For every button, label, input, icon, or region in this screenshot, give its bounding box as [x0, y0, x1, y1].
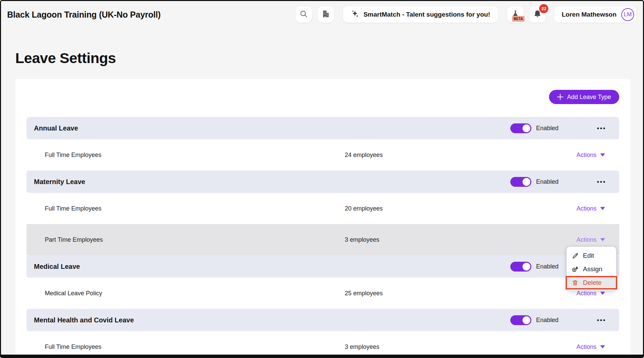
actions-label: Actions — [576, 290, 596, 297]
chevron-down-icon — [600, 154, 605, 157]
avatar: LM — [621, 8, 634, 21]
add-leave-type-button[interactable]: Add Leave Type — [549, 90, 619, 104]
search-button[interactable] — [296, 6, 312, 23]
actions-dropdown[interactable]: Actions — [576, 205, 605, 212]
policy-row-part-time-highlighted: Part Time Employees 3 employees Actions — [26, 224, 619, 255]
policy-employee-count: 25 employees — [345, 290, 383, 297]
policy-name: Full Time Employees — [26, 343, 345, 351]
company-title: Black Lagoon Training (UK-No Payroll) — [7, 10, 160, 20]
leave-type-row-medical: Medical Leave Enabled — [26, 255, 619, 278]
sparkle-icon — [351, 10, 359, 19]
user-menu-button[interactable]: Loren Mathewson LM — [554, 6, 636, 23]
leave-type-name: Mental Health and Covid Leave — [34, 316, 134, 324]
leave-settings-card: Add Leave Type Annual Leave Enabled Full… — [15, 79, 630, 356]
actions-context-menu: Edit Assign Delete — [567, 247, 616, 290]
enabled-toggle[interactable] — [510, 315, 531, 325]
actions-label: Actions — [576, 205, 596, 212]
policy-name: Full Time Employees — [26, 152, 345, 159]
app-window: Black Lagoon Training (UK-No Payroll) Sm… — [0, 0, 644, 358]
policy-row: Full Time Employees 24 employees Actions — [26, 139, 619, 171]
actions-dropdown-open[interactable]: Actions — [576, 236, 605, 243]
enabled-label: Enabled — [536, 317, 558, 324]
policy-employee-count: 24 employees — [345, 152, 383, 159]
plus-icon — [557, 94, 563, 100]
policy-name: Part Time Employees — [26, 236, 345, 243]
policy-row: Full Time Employees 3 employees Actions — [26, 331, 619, 358]
company-switcher-button[interactable] — [318, 6, 334, 23]
user-name: Loren Mathewson — [562, 11, 617, 18]
notification-count-badge: 22 — [539, 4, 548, 13]
actions-dropdown[interactable]: Actions — [576, 343, 605, 351]
add-leave-type-label: Add Leave Type — [567, 94, 611, 101]
enabled-toggle[interactable] — [510, 177, 531, 187]
smartmatch-label: SmartMatch - Talent suggestions for you! — [363, 11, 490, 18]
actions-dropdown[interactable]: Actions — [576, 152, 605, 159]
actions-label: Actions — [576, 343, 596, 351]
leave-type-list: Annual Leave Enabled Full Time Employees… — [26, 117, 619, 358]
leave-type-row-maternity: Maternity Leave Enabled — [26, 171, 619, 193]
smartmatch-button[interactable]: SmartMatch - Talent suggestions for you! — [343, 6, 498, 23]
search-icon — [299, 9, 308, 20]
actions-label: Actions — [576, 236, 596, 243]
leave-type-row-mental-health: Mental Health and Covid Leave Enabled — [26, 309, 619, 331]
kebab-menu-icon[interactable] — [597, 179, 605, 185]
leave-type-name: Medical Leave — [34, 263, 80, 271]
menu-item-label: Delete — [583, 279, 602, 286]
menu-item-edit[interactable]: Edit — [567, 249, 616, 262]
chevron-down-icon — [600, 238, 605, 241]
enabled-label: Enabled — [536, 263, 558, 270]
pencil-icon — [571, 252, 579, 259]
menu-item-assign[interactable]: Assign — [567, 262, 616, 276]
top-header: Black Lagoon Training (UK-No Payroll) Sm… — [1, 1, 643, 28]
enabled-toggle[interactable] — [510, 262, 531, 272]
labs-button[interactable]: BETA — [507, 6, 524, 23]
policy-employee-count: 3 employees — [345, 236, 379, 243]
kebab-menu-icon[interactable] — [597, 125, 605, 131]
beta-badge: BETA — [512, 16, 525, 22]
trash-icon — [571, 279, 579, 286]
policy-employee-count: 20 employees — [345, 205, 383, 212]
menu-item-label: Assign — [583, 265, 602, 273]
kebab-menu-icon[interactable] — [597, 317, 605, 323]
actions-label: Actions — [576, 152, 596, 159]
building-icon — [321, 9, 330, 20]
enabled-toggle[interactable] — [510, 123, 531, 133]
policy-name: Full Time Employees — [26, 205, 345, 212]
notifications-button[interactable]: 22 — [529, 6, 546, 23]
menu-item-label: Edit — [583, 252, 594, 259]
page-title: Leave Settings — [15, 50, 116, 66]
policy-row: Medical Leave Policy 25 employees Action… — [26, 278, 619, 309]
chevron-down-icon — [600, 207, 605, 210]
policy-name: Medical Leave Policy — [26, 290, 345, 297]
leave-type-name: Annual Leave — [34, 124, 78, 132]
person-add-icon — [571, 265, 579, 273]
menu-item-delete[interactable]: Delete — [566, 276, 617, 290]
policy-employee-count: 3 employees — [345, 343, 379, 351]
enabled-label: Enabled — [536, 125, 558, 132]
leave-type-name: Maternity Leave — [34, 178, 85, 186]
leave-type-row-annual: Annual Leave Enabled — [26, 117, 619, 139]
header-actions: SmartMatch - Talent suggestions for you!… — [296, 6, 636, 23]
policy-row: Full Time Employees 20 employees Actions — [26, 193, 619, 224]
chevron-down-icon — [600, 292, 605, 295]
chevron-down-icon — [600, 345, 605, 349]
actions-dropdown[interactable]: Actions — [576, 290, 605, 297]
enabled-label: Enabled — [536, 178, 558, 185]
